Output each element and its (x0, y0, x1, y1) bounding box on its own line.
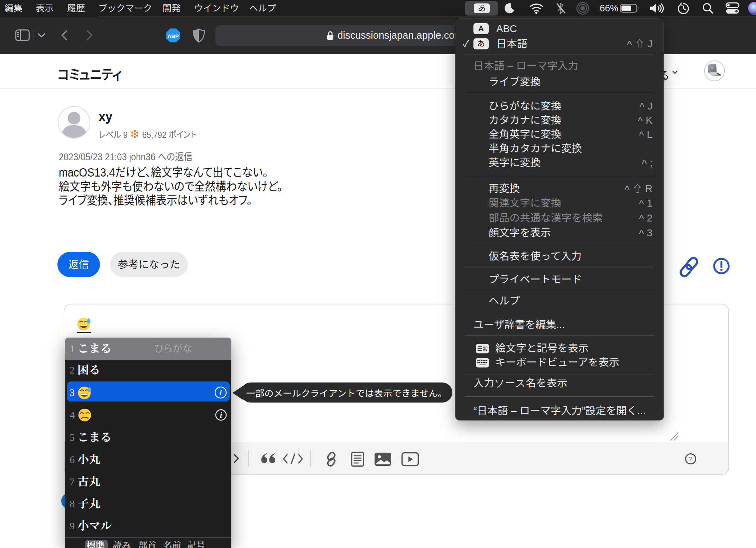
svg-text:ABP: ABP (167, 33, 179, 39)
svg-text:?: ? (689, 455, 693, 463)
svg-text:i: i (220, 388, 222, 397)
svg-text:i: i (220, 411, 222, 419)
